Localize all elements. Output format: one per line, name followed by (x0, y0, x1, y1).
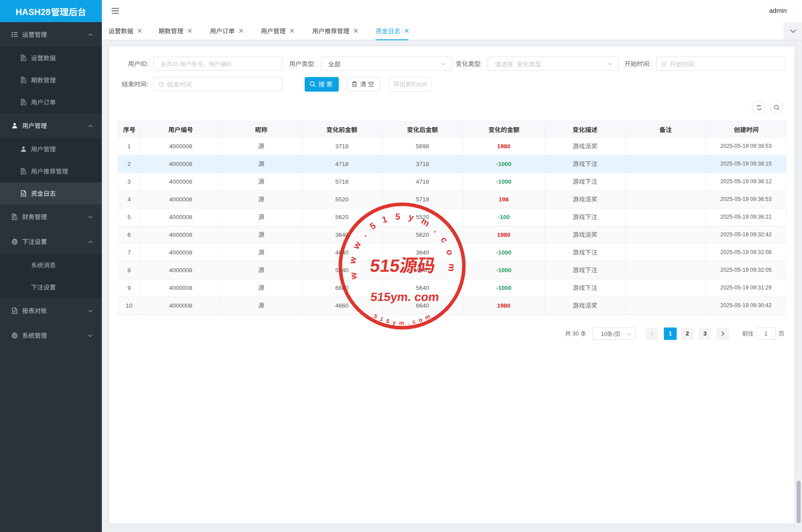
svg-text:515ym. com: 515ym. com (370, 290, 440, 304)
svg-text:515: 515 (369, 256, 401, 276)
